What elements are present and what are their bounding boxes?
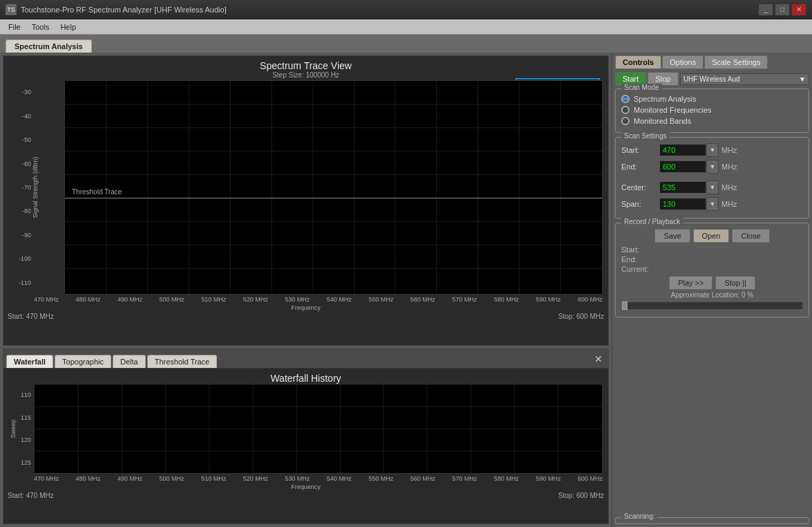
menu-file[interactable]: File (3, 21, 26, 33)
record-current-label: Current: (621, 265, 663, 273)
record-buttons-row: Save Open Close (621, 229, 803, 243)
scan-mode-monitored-bands-row[interactable]: Monitored Bands (621, 117, 803, 125)
wf-x-7: 540 MHz (327, 475, 352, 482)
device-label: UHF Wireless Aud (683, 75, 740, 83)
minimize-button[interactable]: _ (758, 3, 773, 16)
scan-mode-monitored-freq-row[interactable]: Monitored Frequencies (621, 106, 803, 114)
wf-x-0: 470 MHz (34, 475, 59, 482)
menu-tools[interactable]: Tools (26, 21, 55, 33)
wf-x-6: 530 MHz (285, 475, 310, 482)
span-input[interactable] (659, 198, 706, 210)
record-start-row: Start: (621, 246, 803, 254)
radio-monitored-freq[interactable] (621, 106, 630, 114)
x-tick-5: 520 MHz (243, 296, 268, 303)
menu-bar: File Tools Help (0, 19, 812, 35)
x-tick-13: 600 MHz (578, 296, 603, 303)
x-tick-10: 570 MHz (452, 296, 477, 303)
progress-thumb[interactable] (622, 302, 627, 310)
window-controls: _ □ ✕ (758, 3, 806, 16)
save-button[interactable]: Save (654, 229, 690, 243)
close-button[interactable]: ✕ (791, 3, 806, 16)
waterfall-x-axis: 470 MHz 480 MHz 490 MHz 500 MHz 510 MHz … (34, 474, 603, 483)
x-tick-2: 490 MHz (117, 296, 142, 303)
right-panel: Controls Options Scale Settings Start St… (612, 53, 812, 527)
wf-x-5: 520 MHz (243, 475, 268, 482)
x-tick-4: 510 MHz (201, 296, 226, 303)
right-tab-controls[interactable]: Controls (615, 55, 661, 69)
wf-x-8: 550 MHz (368, 475, 393, 482)
menu-help[interactable]: Help (55, 21, 82, 33)
approx-label: Approximate Location: (671, 291, 740, 299)
threshold-label: Threshold Trace (72, 188, 122, 196)
center-input[interactable] (659, 181, 706, 194)
title-bar: TS Touchstone-Pro RF Spectrum Analyzer [… (0, 0, 812, 19)
waterfall-grid (35, 385, 602, 473)
stop-playback-button[interactable]: Stop || (715, 276, 755, 290)
play-button[interactable]: Play >> (669, 276, 712, 290)
x-tick-3: 500 MHz (160, 296, 185, 303)
x-tick-12: 590 MHz (536, 296, 560, 303)
maximize-button[interactable]: □ (775, 3, 790, 16)
main-tab-row: Spectrum Analysis (0, 35, 812, 53)
spectrum-section: Spectrum Trace View Step Size: 100000 Hz… (3, 55, 609, 346)
device-dropdown[interactable]: UHF Wireless Aud ▼ (680, 73, 809, 85)
radio-monitored-bands-label: Monitored Bands (634, 117, 691, 125)
right-tab-options[interactable]: Options (662, 55, 704, 69)
start-setting-row: Start: ▼ MHz (621, 143, 803, 157)
scan-mode-group: Scan Mode Spectrum Analysis Monitored Fr… (615, 89, 809, 133)
tab-delta[interactable]: Delta (113, 355, 146, 368)
wf-x-4: 510 MHz (201, 475, 226, 482)
span-dropdown-arrow[interactable]: ▼ (706, 197, 719, 211)
y-tick-5: -80 (22, 207, 31, 214)
start-input[interactable] (659, 144, 706, 156)
main-tab-spectrum[interactable]: Spectrum Analysis (6, 39, 92, 53)
x-tick-0: 470 MHz (34, 296, 59, 303)
x-tick-9: 560 MHz (410, 296, 435, 303)
approx-location-row: Approximate Location: 0 % (621, 291, 803, 299)
scanning-status-bar: Scanning: (615, 517, 809, 524)
y-tick-2: -50 (22, 136, 31, 143)
start-unit: MHz (721, 146, 737, 154)
y-tick-4: -70 (22, 184, 31, 191)
y-tick-0: -30 (22, 89, 31, 95)
tab-waterfall[interactable]: Waterfall (6, 355, 53, 368)
progress-bar[interactable] (621, 302, 803, 310)
center-unit: MHz (721, 183, 737, 192)
end-input[interactable] (659, 160, 706, 173)
end-setting-row: End: ▼ MHz (621, 160, 803, 174)
wf-y-tick-2: 120 (21, 436, 31, 443)
close-record-button[interactable]: Close (732, 229, 769, 243)
record-end-label: End: (621, 255, 663, 264)
radio-spectrum[interactable] (621, 95, 630, 103)
scan-mode-title: Scan Mode (621, 84, 662, 91)
span-label: Span: (621, 200, 659, 208)
scan-settings-title: Scan Settings (621, 132, 670, 140)
tab-threshold-trace[interactable]: Threshold Trace (147, 355, 217, 368)
x-tick-11: 580 MHz (494, 296, 519, 303)
wf-x-12: 590 MHz (536, 475, 560, 482)
y-tick-8: -110 (19, 279, 31, 286)
wf-y-tick-0: 110 (21, 391, 31, 398)
open-button[interactable]: Open (693, 229, 730, 243)
wf-x-10: 570 MHz (452, 475, 477, 482)
end-dropdown-arrow[interactable]: ▼ (706, 160, 719, 174)
scan-settings-group: Scan Settings Start: ▼ MHz End: ▼ MHz Ce… (615, 137, 809, 219)
start-label: Start: (621, 146, 659, 154)
center-dropdown-arrow[interactable]: ▼ (706, 181, 719, 194)
wf-x-11: 580 MHz (494, 475, 519, 482)
center-setting-row: Center: ▼ MHz (621, 181, 803, 194)
start-dropdown-arrow[interactable]: ▼ (706, 143, 719, 157)
spectrum-x-label: Frequency (3, 304, 608, 311)
right-tab-scale[interactable]: Scale Settings (704, 55, 768, 69)
waterfall-section: Waterfall Topographic Delta Threshold Tr… (3, 349, 609, 524)
scan-mode-spectrum-row[interactable]: Spectrum Analysis (621, 95, 803, 103)
span-unit: MHz (721, 200, 737, 208)
record-end-row: End: (621, 255, 803, 264)
y-tick-1: -40 (22, 113, 31, 120)
spectrum-chart-wrapper: -30 -40 -50 -60 -70 -80 -90 -100 -110 Si… (3, 80, 608, 295)
record-playback-group: Record / Playback Save Open Close Start:… (615, 223, 809, 317)
left-panel: Spectrum Trace View Step Size: 100000 Hz… (0, 53, 612, 527)
radio-monitored-bands[interactable] (621, 117, 630, 125)
close-waterfall-button[interactable]: ✕ (592, 353, 605, 364)
tab-topographic[interactable]: Topographic (55, 355, 111, 368)
